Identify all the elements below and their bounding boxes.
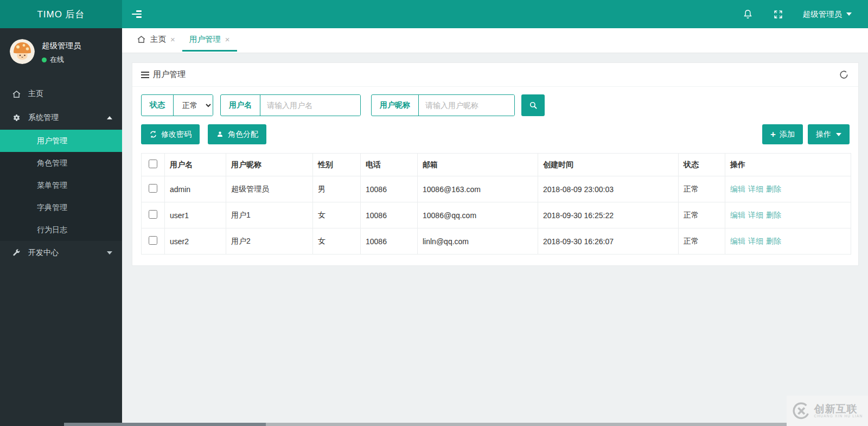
sidebar-item-role-mgmt[interactable]: 角色管理 (0, 152, 122, 174)
change-password-label: 修改密码 (161, 130, 192, 139)
cell-created: 2018-09-30 16:25:22 (538, 202, 679, 228)
watermark-title: 创新互联 (814, 404, 863, 415)
cell-username: user2 (165, 228, 226, 255)
row-checkbox[interactable] (149, 210, 157, 219)
status-filter-label: 状态 (142, 95, 174, 116)
sidebar-item-menu-mgmt[interactable]: 菜单管理 (0, 174, 122, 196)
username-filter-group: 用户名 (220, 94, 361, 116)
cell-phone: 10086 (361, 176, 418, 202)
detail-link[interactable]: 详细 (748, 211, 763, 219)
detail-link[interactable]: 详细 (748, 185, 763, 193)
sidebar-item-dict-mgmt[interactable]: 字典管理 (0, 196, 122, 219)
wrench-icon (12, 248, 22, 258)
add-label: 添加 (780, 130, 795, 139)
nickname-input[interactable] (419, 95, 514, 116)
avatar[interactable] (10, 39, 35, 64)
app-logo[interactable]: TIMO 后台 (0, 0, 122, 28)
sidebar-item-label: 字典管理 (37, 203, 67, 213)
col-phone: 电话 (361, 154, 418, 176)
watermark-subtitle: CHUANG XIN HU LIAN (814, 414, 863, 418)
sidebar-item-label: 开发中心 (28, 248, 59, 258)
cell-email: 10086@qq.com (418, 202, 538, 228)
gear-icon (12, 113, 22, 123)
cell-phone: 10086 (361, 228, 418, 255)
refresh-icon[interactable] (838, 69, 850, 81)
assign-role-label: 角色分配 (228, 130, 258, 139)
bell-icon[interactable] (742, 8, 754, 20)
cell-gender: 女 (313, 202, 361, 228)
tab-label: 主页 (150, 34, 166, 44)
topbar: TIMO 后台 超级管理员 (0, 0, 868, 28)
tab-home[interactable]: 主页 × (130, 28, 182, 52)
table-header-row: 用户名 用户昵称 性别 电话 邮箱 创建时间 状态 操作 (142, 154, 851, 176)
edit-link[interactable]: 编辑 (730, 185, 745, 193)
user-mgmt-panel: 用户管理 状态 正常 用户名 (132, 62, 859, 266)
sidebar-item-home[interactable]: 主页 (0, 82, 122, 106)
online-status-dot (42, 58, 47, 62)
home-icon (137, 35, 146, 44)
close-icon[interactable]: × (225, 35, 230, 44)
filter-row: 状态 正常 用户名 用户昵称 (141, 94, 850, 116)
detail-link[interactable]: 详细 (748, 237, 763, 245)
sync-icon (149, 130, 157, 138)
delete-link[interactable]: 删除 (766, 237, 781, 245)
plus-icon: + (770, 130, 776, 139)
sidebar-item-user-mgmt[interactable]: 用户管理 (0, 130, 122, 152)
add-button[interactable]: + 添加 (762, 124, 803, 144)
sidebar-item-action-log[interactable]: 行为日志 (0, 219, 122, 241)
sidebar-user-status: 在线 (50, 55, 64, 65)
sidebar-user-name: 超级管理员 (42, 41, 81, 51)
col-created: 创建时间 (538, 154, 679, 176)
operate-dropdown-button[interactable]: 操作 (808, 124, 850, 144)
username-input[interactable] (260, 95, 360, 116)
col-status: 状态 (679, 154, 725, 176)
edit-link[interactable]: 编辑 (730, 237, 745, 245)
fullscreen-icon[interactable] (773, 8, 784, 20)
nickname-filter-group: 用户昵称 (371, 94, 515, 116)
sidebar-submenu: 用户管理 角色管理 菜单管理 字典管理 行为日志 (0, 130, 122, 241)
sidebar-item-label: 系统管理 (28, 113, 59, 123)
sidebar-item-devcenter[interactable]: 开发中心 (0, 241, 122, 265)
assign-role-button[interactable]: 角色分配 (208, 124, 266, 144)
close-icon[interactable]: × (170, 35, 175, 44)
cell-status: 正常 (679, 202, 725, 228)
delete-link[interactable]: 删除 (766, 185, 781, 193)
chevron-down-icon (107, 251, 112, 255)
delete-link[interactable]: 删除 (766, 211, 781, 219)
change-password-button[interactable]: 修改密码 (141, 124, 200, 144)
toolbar: 修改密码 角色分配 + 添加 (141, 124, 850, 144)
cell-created: 2018-08-09 23:00:03 (538, 176, 679, 202)
status-select[interactable]: 正常 (174, 95, 213, 116)
status-filter-group: 状态 正常 (141, 94, 213, 116)
row-checkbox[interactable] (149, 184, 157, 193)
user-icon (216, 130, 224, 138)
cell-status: 正常 (679, 176, 725, 202)
edit-link[interactable]: 编辑 (730, 211, 745, 219)
tab-user-mgmt[interactable]: 用户管理 × (182, 28, 237, 52)
search-button[interactable] (521, 94, 545, 116)
cell-gender: 女 (313, 228, 361, 255)
row-checkbox[interactable] (149, 236, 157, 245)
col-gender: 性别 (313, 154, 361, 176)
sidebar-item-system[interactable]: 系统管理 (0, 106, 122, 130)
sidebar-menu: 主页 系统管理 用户管理 角色管理 菜单管理 字典管理 行为日志 (0, 82, 122, 265)
cell-nickname: 用户1 (226, 202, 313, 228)
user-dropdown-label: 超级管理员 (803, 9, 843, 20)
user-dropdown[interactable]: 超级管理员 (803, 9, 859, 20)
panel-title: 用户管理 (153, 69, 186, 80)
select-all-checkbox[interactable] (149, 160, 157, 168)
scrollbar-thumb[interactable] (64, 423, 266, 426)
sidebar-toggle-icon[interactable] (132, 5, 150, 23)
sidebar-item-label: 菜单管理 (37, 181, 67, 190)
col-nickname: 用户昵称 (226, 154, 313, 176)
chevron-down-icon (836, 133, 841, 136)
horizontal-scrollbar[interactable] (0, 423, 868, 426)
user-table: 用户名 用户昵称 性别 电话 邮箱 创建时间 状态 操作 (141, 153, 851, 255)
chevron-down-icon (846, 12, 852, 16)
sidebar-user-panel: 超级管理员 在线 (0, 28, 122, 74)
col-username: 用户名 (165, 154, 226, 176)
nickname-filter-label: 用户昵称 (372, 95, 419, 116)
table-row: admin 超级管理员 男 10086 10086@163.com 2018-0… (142, 176, 851, 202)
sidebar: 超级管理员 在线 主页 系统管理 (0, 28, 122, 426)
table-row: user1 用户1 女 10086 10086@qq.com 2018-09-3… (142, 202, 851, 228)
